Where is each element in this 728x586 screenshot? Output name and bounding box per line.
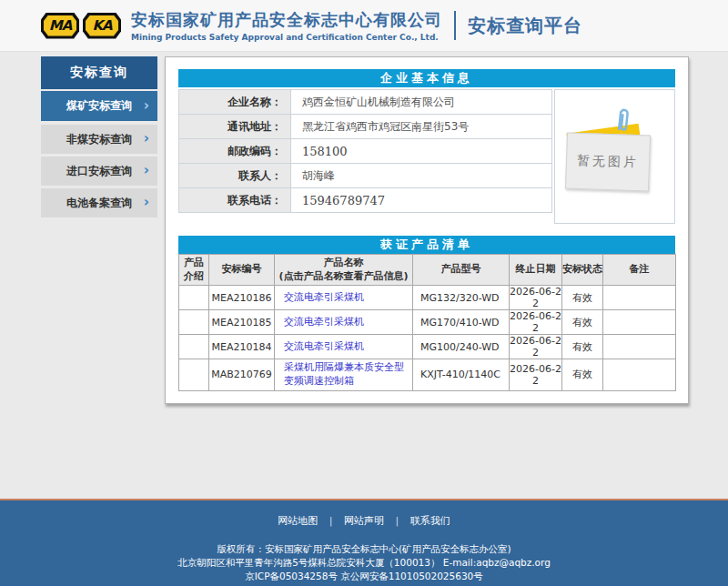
sidebar-item-coal-query[interactable]: 煤矿安标查询 › <box>41 91 157 121</box>
sidebar-title: 安标查询 <box>41 56 157 89</box>
col-cert-no: 安标编号 <box>209 255 275 286</box>
cell-expiry: 2026-06-22 <box>510 335 562 359</box>
footer-links: 网站地图 | 网站声明 | 联系我们 <box>0 500 728 528</box>
info-label: 联系电话： <box>179 188 291 213</box>
footer-link-contact[interactable]: 联系我们 <box>410 515 450 527</box>
info-label: 联系人： <box>179 164 291 188</box>
icp-line: 京ICP备05034258号 京公网安备11010502025630号 <box>0 570 728 583</box>
cell-intro <box>179 335 209 359</box>
cell-note <box>603 286 676 310</box>
header-divider <box>454 11 456 40</box>
col-product-name: 产品名称 (点击产品名称查看产品信息) <box>275 255 413 286</box>
table-row: 联系电话： 15946789747 <box>179 188 552 213</box>
cell-expiry: 2026-06-22 <box>510 310 562 335</box>
table-header-row: 产品介绍 安标编号 产品名称 (点击产品名称查看产品信息) 产品型号 终止日期 … <box>179 255 676 286</box>
footer-link-sitemap[interactable]: 网站地图 <box>278 515 318 527</box>
address-value: 黑龙江省鸡西市鸡冠区南星街53号 <box>291 115 552 139</box>
product-list-table: 产品介绍 安标编号 产品名称 (点击产品名称查看产品信息) 产品型号 终止日期 … <box>178 254 676 391</box>
table-row: 企业名称： 鸡西金恒矿山机械制造有限公司 <box>179 90 552 115</box>
footer-link-separator: | <box>396 515 399 527</box>
cell-model: KXJT-410/1140C <box>413 359 510 391</box>
cell-expiry: 2026-06-22 <box>510 286 562 310</box>
sidebar-item-label: 进口安标查询 <box>66 164 132 179</box>
cell-cert-no: MEA210186 <box>209 286 275 310</box>
paperclip-icon <box>613 106 632 136</box>
cell-model: MG132/320-WD <box>413 286 510 310</box>
cell-intro <box>179 286 209 310</box>
table-row: MEA210184 交流电牵引采煤机 MG100/240-WD 2026-06-… <box>179 335 676 359</box>
col-product-intro: 产品介绍 <box>179 255 209 286</box>
company-name-value: 鸡西金恒矿山机械制造有限公司 <box>291 90 552 115</box>
page-header: MA KA 安标国家矿用产品安全标志中心有限公司 Mining Products… <box>0 0 728 52</box>
info-label: 邮政编码： <box>179 139 291 164</box>
col-model: 产品型号 <box>413 255 510 286</box>
chevron-right-icon: › <box>144 162 149 178</box>
org-name-block: 安标国家矿用产品安全标志中心有限公司 Mining Products Safet… <box>131 9 442 42</box>
cell-intro <box>179 310 209 335</box>
sidebar-item-noncoal-query[interactable]: 非煤安标查询 › <box>41 125 157 154</box>
info-label: 通讯地址： <box>179 115 291 139</box>
cell-cert-no: MEA210184 <box>209 335 275 359</box>
cell-note <box>603 359 676 391</box>
col-expiry: 终止日期 <box>510 255 562 286</box>
footer-link-statement[interactable]: 网站声明 <box>344 515 384 527</box>
sidebar-item-import-query[interactable]: 进口安标查询 › <box>41 157 157 186</box>
footer-copyright-block: 版权所有：安标国家矿用产品安全标志中心(矿用产品安全标志办公室) 北京朝阳区和平… <box>0 542 728 583</box>
product-name-link[interactable]: 交流电牵引采煤机 <box>284 340 364 352</box>
postcode-value: 158100 <box>291 139 552 164</box>
col-note: 备注 <box>603 255 676 286</box>
cell-expiry: 2026-06-22 <box>510 359 562 391</box>
sidebar-nav: 安标查询 煤矿安标查询 › 非煤安标查询 › 进口安标查询 › 电池备案查询 › <box>41 56 157 220</box>
cell-product-name: 采煤机用隔爆兼本质安全型变频调速控制箱 <box>275 359 413 391</box>
contact-person-value: 胡海峰 <box>291 164 552 188</box>
logo-badge-ka: KA <box>83 13 121 39</box>
copyright-line: 版权所有：安标国家矿用产品安全标志中心(矿用产品安全标志办公室) <box>0 542 728 556</box>
cell-model: MG170/410-WD <box>413 310 510 335</box>
table-row: MEA210185 交流电牵引采煤机 MG170/410-WD 2026-06-… <box>179 310 676 335</box>
cell-status: 有效 <box>562 310 603 335</box>
sidebar-item-label: 非煤安标查询 <box>66 132 132 147</box>
sidebar-item-battery-query[interactable]: 电池备案查询 › <box>41 188 157 217</box>
maka-logo[interactable]: MA KA <box>41 13 121 39</box>
cell-status: 有效 <box>562 335 603 359</box>
org-name-en: Mining Products Safety Approval and Cert… <box>131 33 442 42</box>
no-image-placeholder: 暂无图片 <box>565 132 651 191</box>
main-content-panel: 企业基本信息 企业名称： 鸡西金恒矿山机械制造有限公司 通讯地址： 黑龙江省鸡西… <box>165 56 689 404</box>
cell-model: MG100/240-WD <box>413 335 510 359</box>
table-row: MAB210769 采煤机用隔爆兼本质安全型变频调速控制箱 KXJT-410/1… <box>179 359 676 391</box>
col-status: 安标状态 <box>562 255 603 286</box>
company-info-section: 企业名称： 鸡西金恒矿山机械制造有限公司 通讯地址： 黑龙江省鸡西市鸡冠区南星街… <box>178 89 675 224</box>
table-row: 邮政编码： 158100 <box>179 139 552 164</box>
company-info-table: 企业名称： 鸡西金恒矿山机械制造有限公司 通讯地址： 黑龙江省鸡西市鸡冠区南星街… <box>178 89 552 213</box>
cell-product-name: 交流电牵引采煤机 <box>275 335 413 359</box>
product-name-link[interactable]: 交流电牵引采煤机 <box>284 291 364 303</box>
table-row: 通讯地址： 黑龙江省鸡西市鸡冠区南星街53号 <box>179 115 552 139</box>
cell-cert-no: MEA210185 <box>209 310 275 335</box>
chevron-right-icon: › <box>144 130 149 146</box>
cell-note <box>603 310 676 335</box>
sidebar-item-label: 煤矿安标查询 <box>66 98 132 114</box>
table-row: MEA210186 交流电牵引采煤机 MG132/320-WD 2026-06-… <box>179 286 676 310</box>
cell-note <box>603 335 676 359</box>
logo-badge-ma: MA <box>41 13 79 39</box>
cell-status: 有效 <box>562 359 603 391</box>
product-name-hint: (点击产品名称查看产品信息) <box>275 270 412 283</box>
product-name-link[interactable]: 交流电牵引采煤机 <box>284 316 364 328</box>
company-photo-panel: 暂无图片 <box>554 89 675 224</box>
cell-product-name: 交流电牵引采煤机 <box>275 286 413 310</box>
platform-title: 安标查询平台 <box>468 14 582 38</box>
phone-value: 15946789747 <box>291 188 552 213</box>
cell-intro <box>179 359 209 391</box>
info-label: 企业名称： <box>179 90 291 115</box>
cell-status: 有效 <box>562 286 603 310</box>
cell-product-name: 交流电牵引采煤机 <box>275 310 413 335</box>
product-list-section-title: 获证产品清单 <box>178 236 675 254</box>
chevron-right-icon: › <box>144 194 149 210</box>
sidebar-item-label: 电池备案查询 <box>66 196 132 211</box>
table-row: 联系人： 胡海峰 <box>179 164 552 188</box>
product-name-link[interactable]: 采煤机用隔爆兼本质安全型变频调速控制箱 <box>284 361 404 387</box>
chevron-right-icon: › <box>144 97 149 114</box>
footer-link-separator: | <box>329 515 333 527</box>
company-info-section-title: 企业基本信息 <box>178 69 675 87</box>
cell-cert-no: MAB210769 <box>209 359 275 391</box>
